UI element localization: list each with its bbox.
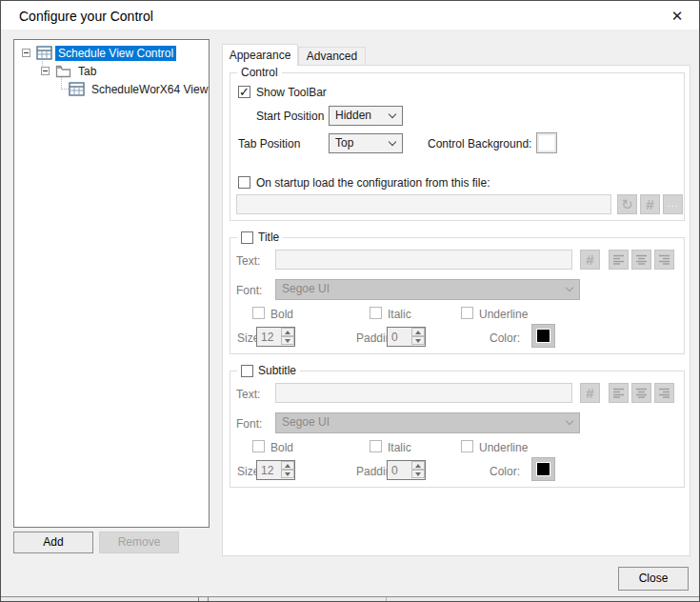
title-underline-checkbox[interactable] xyxy=(461,307,473,319)
tree-node-label[interactable]: Tab xyxy=(75,64,99,79)
subtitle-enable-checkbox[interactable] xyxy=(241,365,253,377)
title-font-label: Font: xyxy=(236,284,262,297)
subtitle-underline-label: Underline xyxy=(479,441,528,454)
start-position-value: Hidden xyxy=(335,109,371,122)
subtitle-font-label: Font: xyxy=(236,417,262,431)
title-enable-checkbox[interactable] xyxy=(241,231,253,244)
subtitle-bold-checkbox[interactable] xyxy=(252,440,265,452)
align-right-icon xyxy=(658,388,670,398)
background-window-strip xyxy=(1,596,699,602)
control-group-header: Control xyxy=(237,66,282,79)
title-align-left-icon-button[interactable] xyxy=(609,250,629,270)
subtitle-color-label: Color: xyxy=(490,465,520,478)
add-button[interactable]: Add xyxy=(13,532,93,553)
browse-file-button[interactable]: ... xyxy=(663,194,683,214)
tree-node-tab[interactable]: Tab xyxy=(55,63,99,79)
spin-up-icon[interactable] xyxy=(411,328,425,336)
tree-node-label[interactable]: Schedule View Control xyxy=(55,46,176,61)
subtitle-size-value: 12 xyxy=(261,464,273,477)
subtitle-align-center-icon-button[interactable] xyxy=(631,383,651,403)
collapse-icon[interactable] xyxy=(22,49,30,57)
show-toolbar-label: Show ToolBar xyxy=(256,86,327,99)
title-text-label: Text: xyxy=(236,254,260,268)
dialog-title: Configure your Control xyxy=(19,9,153,24)
title-align-right-icon-button[interactable] xyxy=(654,250,674,270)
subtitle-group-label: Subtitle xyxy=(258,364,296,377)
subtitle-padding-value: 0 xyxy=(391,464,398,477)
chevron-down-icon xyxy=(389,138,396,146)
configure-control-dialog: Configure your Control ✕ Schedule View C… xyxy=(0,0,700,602)
start-position-label: Start Position xyxy=(256,110,324,123)
start-position-select[interactable]: Hidden xyxy=(329,106,403,126)
subtitle-color-value-swatch xyxy=(536,462,550,476)
subtitle-group-header: Subtitle xyxy=(237,364,300,377)
align-left-icon xyxy=(612,388,625,398)
refresh-icon-button[interactable]: ↻ xyxy=(617,194,637,214)
spin-down-icon[interactable] xyxy=(411,470,425,478)
subtitle-italic-label: Italic xyxy=(388,441,411,454)
tree-node-scheduleworx64-view[interactable]: ScheduleWorX64 View xyxy=(69,81,210,97)
chevron-down-icon xyxy=(389,110,396,118)
collapse-icon[interactable] xyxy=(41,67,50,75)
chevron-down-icon xyxy=(566,284,573,291)
title-underline-label: Underline xyxy=(479,308,528,321)
control-background-label: Control Background: xyxy=(428,137,531,150)
tree-node-schedule-view-control[interactable]: Schedule View Control xyxy=(36,45,176,61)
subtitle-font-value: Segoe UI xyxy=(282,415,330,429)
title-align-center-icon-button[interactable] xyxy=(631,250,651,270)
startup-load-checkbox[interactable] xyxy=(238,176,250,189)
title-bar: Configure your Control ✕ xyxy=(1,1,699,30)
title-font-select[interactable]: Segoe UI xyxy=(275,279,580,300)
align-center-icon xyxy=(635,388,648,398)
subtitle-padding-stepper[interactable]: 0 xyxy=(387,460,426,480)
subtitle-font-select[interactable]: Segoe UI xyxy=(275,412,580,433)
schedule-grid-icon xyxy=(36,46,52,60)
spin-down-icon[interactable] xyxy=(281,470,294,478)
show-toolbar-checkbox[interactable] xyxy=(238,86,250,98)
spin-down-icon[interactable] xyxy=(411,336,425,345)
title-bold-checkbox[interactable] xyxy=(252,307,265,319)
spin-up-icon[interactable] xyxy=(411,461,425,470)
tab-position-select[interactable]: Top xyxy=(329,133,403,153)
startup-load-label: On startup load the configuration from t… xyxy=(256,176,490,190)
title-text-input[interactable] xyxy=(275,250,572,270)
title-italic-label: Italic xyxy=(388,308,411,321)
control-background-swatch[interactable] xyxy=(536,132,557,153)
align-right-icon xyxy=(658,254,670,265)
tree-connector xyxy=(61,89,69,90)
tree-node-label[interactable]: ScheduleWorX64 View xyxy=(89,82,210,97)
title-italic-checkbox[interactable] xyxy=(370,307,382,319)
title-color-value-swatch xyxy=(536,329,550,343)
title-hash-tag-icon-button[interactable]: # xyxy=(580,250,600,270)
remove-button[interactable]: Remove xyxy=(99,532,179,553)
subtitle-color-swatch[interactable] xyxy=(531,457,555,481)
control-tree: Schedule View Control Tab ScheduleWorX64… xyxy=(13,39,210,528)
subtitle-text-input[interactable] xyxy=(275,383,572,403)
title-color-swatch[interactable] xyxy=(531,324,555,348)
subtitle-underline-checkbox[interactable] xyxy=(461,440,473,452)
title-group-label: Title xyxy=(258,231,279,244)
align-center-icon xyxy=(635,254,648,265)
subtitle-size-stepper[interactable]: 12 xyxy=(256,460,295,480)
close-icon[interactable]: ✕ xyxy=(667,6,688,27)
spin-up-icon[interactable] xyxy=(281,328,294,336)
subtitle-italic-checkbox[interactable] xyxy=(370,440,382,452)
title-padding-value: 0 xyxy=(391,331,398,344)
title-padding-stepper[interactable]: 0 xyxy=(387,327,426,347)
spin-down-icon[interactable] xyxy=(281,336,294,345)
subtitle-align-right-icon-button[interactable] xyxy=(654,383,674,403)
spin-up-icon[interactable] xyxy=(281,461,294,470)
control-group-label: Control xyxy=(241,66,278,79)
title-size-stepper[interactable]: 12 xyxy=(256,327,295,347)
tab-appearance[interactable]: Appearance xyxy=(222,44,298,66)
title-color-label: Color: xyxy=(490,331,520,345)
subtitle-hash-tag-icon-button[interactable]: # xyxy=(580,383,600,403)
close-button[interactable]: Close xyxy=(618,567,689,591)
subtitle-align-left-icon-button[interactable] xyxy=(609,383,629,403)
subtitle-bold-label: Bold xyxy=(270,441,293,454)
config-file-path-input[interactable] xyxy=(236,194,611,214)
hash-tag-icon-button[interactable]: # xyxy=(640,194,660,214)
schedule-grid-icon xyxy=(69,82,85,96)
title-font-value: Segoe UI xyxy=(282,282,330,295)
tab-advanced[interactable]: Advanced xyxy=(298,47,366,66)
